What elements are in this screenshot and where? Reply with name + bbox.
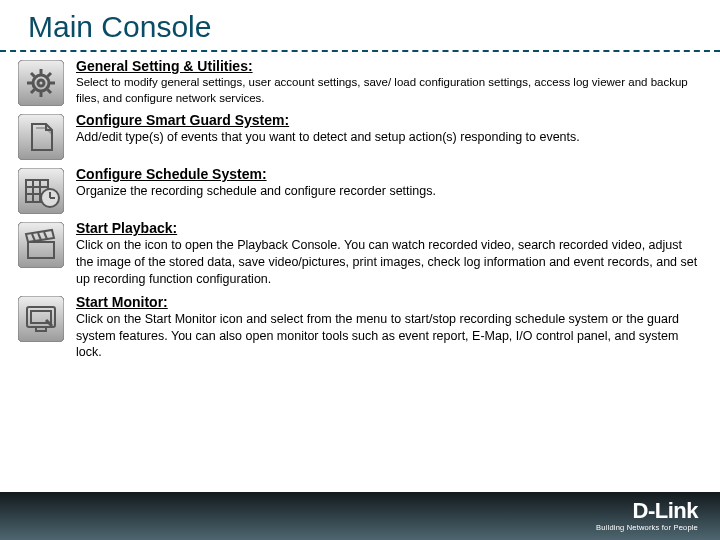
- document-icon: [18, 114, 64, 160]
- item-heading: Start Monitor:: [76, 294, 700, 310]
- item-monitor: Start Monitor: Click on the Start Monito…: [18, 294, 700, 362]
- item-desc: Organize the recording schedule and conf…: [76, 183, 700, 200]
- brand-name: D-Link: [596, 500, 698, 522]
- item-heading: Configure Schedule System:: [76, 166, 700, 182]
- item-playback: Start Playback: Click on the icon to ope…: [18, 220, 700, 288]
- svg-rect-0: [18, 60, 64, 106]
- monitor-icon: [18, 296, 64, 342]
- brand-logo: D-Link Building Networks for People: [596, 500, 698, 532]
- item-heading: General Setting & Utilities:: [76, 58, 700, 74]
- item-general-settings: General Setting & Utilities: Select to m…: [18, 58, 700, 106]
- footer-bar: D-Link Building Networks for People: [0, 492, 720, 540]
- item-desc: Click on the Start Monitor icon and sele…: [76, 311, 700, 362]
- gear-icon: [18, 60, 64, 106]
- schedule-icon: [18, 168, 64, 214]
- page-title: Main Console: [0, 0, 720, 50]
- svg-rect-11: [18, 114, 64, 160]
- item-heading: Configure Smart Guard System:: [76, 112, 700, 128]
- svg-rect-26: [18, 296, 64, 342]
- item-schedule: Configure Schedule System: Organize the …: [18, 166, 700, 214]
- item-smart-guard: Configure Smart Guard System: Add/edit t…: [18, 112, 700, 160]
- item-heading: Start Playback:: [76, 220, 700, 236]
- svg-rect-21: [18, 222, 64, 268]
- clapper-icon: [18, 222, 64, 268]
- item-desc: Select to modify general settings, user …: [76, 75, 700, 106]
- item-desc: Add/edit type(s) of events that you want…: [76, 129, 700, 146]
- items-list: General Setting & Utilities: Select to m…: [0, 52, 720, 361]
- brand-tagline: Building Networks for People: [596, 524, 698, 532]
- item-desc: Click on the icon to open the Playback C…: [76, 237, 700, 288]
